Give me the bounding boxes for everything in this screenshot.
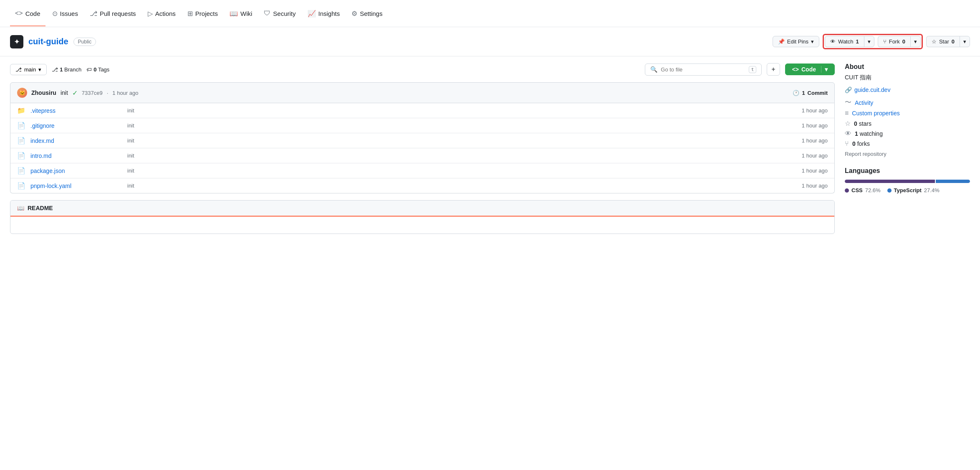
watch-button[interactable]: 👁 Watch 1 — [825, 36, 864, 47]
file-table: 📁 .vitepress init 1 hour ago 📄 .gitignor… — [10, 103, 835, 193]
branch-bar: ⎇ main ▾ ⎇ 1 Branch 🏷 0 Tags � — [10, 63, 835, 76]
commit-author: Zhousiru — [31, 89, 56, 96]
tag-info: 🏷 0 Tags — [86, 66, 109, 73]
file-icon: 📄 — [17, 122, 25, 130]
nav-settings[interactable]: ⚙ Settings — [346, 6, 387, 21]
readme-header: 📖 README — [10, 201, 834, 217]
branch-count-link[interactable]: 1 Branch — [60, 66, 81, 73]
file-icon: 📄 — [17, 152, 25, 160]
language-list: CSS 72.6% TypeScript 27.4% — [845, 187, 970, 193]
watch-button-group: 👁 Watch 1 ▾ — [825, 36, 874, 47]
file-name[interactable]: package.json — [30, 168, 122, 174]
file-time: 1 hour ago — [786, 152, 828, 159]
nav-wiki[interactable]: 📖 Wiki — [225, 6, 257, 21]
nav-security[interactable]: 🛡 Security — [259, 6, 301, 20]
table-row: 📄 intro.md init 1 hour ago — [10, 148, 834, 163]
css-language-bar — [845, 180, 935, 183]
branch-info: ⎇ 1 Branch — [52, 66, 81, 73]
table-row: 📄 .gitignore init 1 hour ago — [10, 118, 834, 133]
repo-header: ✦ cuit-guide Public 📌 Edit Pins ▾ 👁 Watc… — [0, 27, 980, 56]
activity-icon: 〜 — [845, 98, 851, 107]
code-button[interactable]: <> Code ▾ — [785, 64, 835, 75]
file-commit: init — [127, 122, 781, 129]
star-icon: ☆ — [932, 38, 937, 45]
file-time: 1 hour ago — [786, 107, 828, 114]
file-icon: 📄 — [17, 137, 25, 145]
file-name[interactable]: intro.md — [30, 152, 122, 159]
wiki-icon: 📖 — [230, 10, 238, 18]
file-name[interactable]: pnpm-lock.yaml — [30, 183, 122, 189]
book-icon: 📖 — [17, 205, 24, 211]
security-icon: 🛡 — [264, 10, 270, 17]
folder-icon: 📁 — [17, 107, 25, 114]
table-row: 📄 package.json init 1 hour ago — [10, 163, 834, 178]
top-nav: <> Code ⊙ Issues ⎇ Pull requests ▷ Actio… — [0, 0, 980, 27]
nav-issues[interactable]: ⊙ Issues — [47, 6, 83, 21]
nav-projects[interactable]: ⊞ Projects — [182, 6, 223, 21]
chevron-down-icon: ▾ — [914, 38, 917, 45]
commit-count-link[interactable]: 🕐 1 Commit — [793, 90, 828, 96]
file-section: ⎇ main ▾ ⎇ 1 Branch 🏷 0 Tags � — [10, 63, 835, 234]
website-link[interactable]: 🔗 guide.cuit.dev — [845, 86, 970, 93]
file-time: 1 hour ago — [786, 122, 828, 129]
file-name[interactable]: .gitignore — [30, 122, 122, 129]
pull-requests-icon: ⎇ — [90, 10, 97, 18]
chevron-down-icon: ▾ — [868, 38, 871, 45]
search-input[interactable] — [661, 66, 745, 73]
star-dropdown-button[interactable]: ▾ — [960, 36, 970, 47]
file-time: 1 hour ago — [786, 137, 828, 144]
css-language-item: CSS 72.6% — [845, 187, 881, 193]
commit-hash: 7337ce9 — [82, 90, 103, 96]
watch-fork-highlight: 👁 Watch 1 ▾ ⑂ Fork 0 ▾ — [823, 34, 923, 49]
eye-icon: 👁 — [845, 130, 851, 137]
fork-icon: ⑂ — [845, 140, 849, 147]
nav-actions[interactable]: ▷ Actions — [143, 6, 181, 21]
table-row: 📄 pnpm-lock.yaml init 1 hour ago — [10, 178, 834, 193]
file-icon: 📄 — [17, 182, 25, 190]
pin-icon: 📌 — [778, 38, 785, 45]
nav-insights[interactable]: 📈 Insights — [303, 6, 345, 21]
fork-button[interactable]: ⑂ Fork 0 — [878, 36, 910, 47]
tag-count-link[interactable]: 0 Tags — [93, 66, 109, 73]
report-repository-link[interactable]: Report repository — [845, 151, 970, 157]
nav-pull-requests[interactable]: ⎇ Pull requests — [85, 6, 141, 21]
fork-icon: ⑂ — [883, 38, 887, 45]
watch-dropdown-button[interactable]: ▾ — [864, 36, 874, 47]
nav-code[interactable]: <> Code — [10, 6, 45, 20]
add-file-button[interactable]: + — [767, 63, 780, 76]
main-content: ⎇ main ▾ ⎇ 1 Branch 🏷 0 Tags � — [0, 56, 980, 241]
star-icon: ☆ — [845, 119, 851, 127]
languages-section: Languages CSS 72.6% TypeScript 27.4% — [845, 167, 970, 193]
typescript-language-bar — [936, 180, 970, 183]
branch-selector[interactable]: ⎇ main ▾ — [10, 64, 47, 75]
file-commit: init — [127, 152, 781, 159]
forks-stat: ⑂ 0 forks — [845, 140, 970, 147]
commit-message: init — [61, 89, 68, 96]
chevron-down-icon: ▾ — [811, 38, 814, 45]
branch-count-icon: ⎇ — [52, 66, 58, 73]
table-row: 📄 index.md init 1 hour ago — [10, 133, 834, 148]
file-commit: init — [127, 183, 781, 189]
fork-dropdown-button[interactable]: ▾ — [910, 36, 921, 47]
file-name[interactable]: index.md — [30, 137, 122, 144]
code-dropdown[interactable]: ▾ — [821, 66, 828, 73]
repo-visibility-badge: Public — [73, 38, 96, 46]
edit-pins-button[interactable]: 📌 Edit Pins ▾ — [773, 36, 819, 47]
chevron-down-icon: ▾ — [963, 38, 966, 45]
about-description: CUIT 指南 — [845, 74, 970, 81]
tag-icon: 🏷 — [86, 66, 92, 73]
table-row: 📁 .vitepress init 1 hour ago — [10, 103, 834, 118]
stars-stat: ☆ 0 stars — [845, 119, 970, 127]
settings-icon: ⚙ — [351, 10, 357, 18]
file-time: 1 hour ago — [786, 168, 828, 174]
file-name[interactable]: .vitepress — [30, 107, 122, 114]
activity-link[interactable]: Activity — [855, 99, 873, 106]
typescript-language-item: TypeScript 27.4% — [887, 187, 940, 193]
watching-stat: 👁 1 watching — [845, 130, 970, 137]
repo-name[interactable]: cuit-guide — [28, 37, 68, 46]
star-button[interactable]: ☆ Star 0 — [926, 36, 960, 47]
go-to-file-search[interactable]: 🔍 t — [645, 64, 762, 76]
about-title: About — [845, 63, 970, 71]
custom-properties-link[interactable]: Custom properties — [852, 110, 899, 117]
star-button-group: ☆ Star 0 ▾ — [926, 36, 970, 47]
